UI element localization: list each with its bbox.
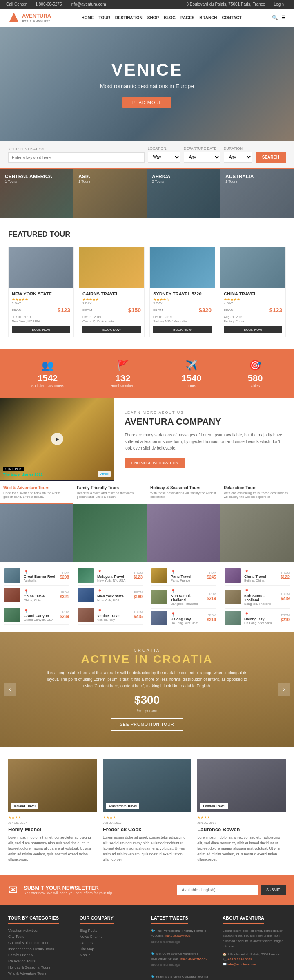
footer-about-text: Lorem ipsum dolor sit amet, consectetuer… <box>223 929 286 949</box>
newsletter-input[interactable] <box>177 885 258 895</box>
cat-img-0[interactable] <box>0 504 74 562</box>
footer-list-item[interactable]: Wild & Adventure Tours <box>8 971 71 976</box>
list-item[interactable]: 📍 China Travel China, China FROM $321 <box>4 586 69 605</box>
promo-cta-button[interactable]: SEE PROMOTION TOUR <box>111 718 183 731</box>
duration-field: Duration: Any <box>224 146 252 163</box>
tour-card-3: CHINA TRAVEL ★★★★★ 4 DAY FROM $123 Aug 3… <box>220 247 286 337</box>
cat-img-3[interactable] <box>220 504 294 562</box>
dest-australia[interactable]: AUSTRALIA 1 Tours <box>220 169 294 218</box>
footer-list-item[interactable]: City Tours <box>8 935 71 939</box>
cat-header-3[interactable]: Relaxation Tours With endless hiking tra… <box>220 481 294 504</box>
listing-img <box>4 588 20 602</box>
nav-branch[interactable]: BRANCH <box>199 16 217 20</box>
tour-date-0: Jun 01, 2019 <box>12 315 70 319</box>
list-item[interactable]: 📍 Great Barrier Reef Australia FROM $298 <box>4 566 69 586</box>
blog-date-2: Jun 29, 2017 <box>197 821 286 825</box>
footer-list-item[interactable]: Vacation Activities <box>8 929 71 933</box>
stat-num-1: 132 <box>110 373 135 384</box>
listing-img <box>151 568 167 583</box>
top-bar: Call Center: +1 800-66-5275 info@aventur… <box>0 0 294 9</box>
list-item[interactable]: 📍 New York State New York, USA FROM $189 <box>78 586 143 605</box>
tour-book-2[interactable]: BOOK NOW <box>153 326 212 333</box>
about-video[interactable]: STAFF PICK The travel diaries 2011 ▶ vim… <box>0 398 114 481</box>
nav-shop[interactable]: SHOP <box>147 16 159 20</box>
dest-asia[interactable]: ASIA 1 Tours <box>74 169 147 218</box>
footer-list-item[interactable]: Relaxation Tours <box>8 959 71 963</box>
list-item[interactable]: 📍 Halong Bay Ha Long, Viet Nam FROM $219 <box>225 609 290 628</box>
email-address[interactable]: info@aventura.com <box>71 2 106 7</box>
phone-number[interactable]: +1 800-66-5275 <box>33 2 62 7</box>
search-button[interactable]: SEARCH <box>256 152 286 163</box>
nav-tour[interactable]: TOUR <box>99 16 110 20</box>
blog-badge-1: Amsterdam Travel <box>106 803 139 809</box>
list-item[interactable]: 📍 Koh Samui-Thailand Bangkok, Thailand F… <box>225 586 290 609</box>
login-link[interactable]: Login <box>274 2 284 7</box>
nav-home[interactable]: HOME <box>82 16 94 20</box>
cat-img-1[interactable] <box>74 504 147 562</box>
tweet-link-0[interactable]: http://bit.ly/wk4QZf <box>164 934 191 937</box>
cat-header-2[interactable]: Holiday & Seasonal Tours With these dest… <box>147 481 220 504</box>
menu-icon[interactable]: ☰ <box>281 15 286 20</box>
featured-tours-section: FEATURED TOUR NEW YORK STATE ★★★★★ 5 DAY… <box>0 218 294 349</box>
cat-header-1[interactable]: Family Friendly Tours Head for a swim an… <box>74 481 147 504</box>
stat-2: ✈️ 1540 Tours <box>182 360 202 388</box>
list-item[interactable]: 📍 Grand Canyon Grand Canyon, USA FROM $2… <box>4 605 69 625</box>
list-item[interactable]: 📍 China Travel Beijing, China FROM $122 <box>225 566 290 586</box>
dest-central-america[interactable]: CENTRAL AMERICA 1 Tours <box>0 169 74 218</box>
footer-list-item[interactable]: Family Friendly <box>8 953 71 957</box>
logo[interactable]: AVENTURA Every a Journey <box>8 12 51 23</box>
listing-from: FROM <box>207 614 216 617</box>
listing-name: Koh Samui-Thailand <box>244 594 277 602</box>
destination-label: Your Destination <box>8 147 145 151</box>
play-button[interactable]: ▶ <box>51 433 63 445</box>
footer-list-item[interactable]: Holiday & Seasonal Tours <box>8 965 71 969</box>
list-item[interactable]: 📍 Venice Travel Venice, Italy FROM $215 <box>78 605 143 625</box>
pin-icon: 📍 <box>171 612 176 617</box>
list-item[interactable]: 📍 Malaysia Travel New York, NY, USA FROM… <box>78 566 143 586</box>
listing-location: New York, USA <box>97 598 124 602</box>
list-item[interactable]: 📍 Halong Bay Ha Long, Viet Nam FROM $219 <box>151 609 216 628</box>
list-item[interactable]: 📍 Paris Travel Paris, France FROM $245 <box>151 566 216 586</box>
footer-phone-link[interactable]: +44 0 1234 5678 <box>227 958 252 961</box>
footer-col-tweets: LATEST TWEETS 🐦 The Professional-Friendl… <box>151 915 214 980</box>
nav-pages[interactable]: PAGES <box>180 16 194 20</box>
search-icon[interactable]: 🔍 <box>272 15 278 20</box>
departure-select[interactable]: Any <box>184 152 220 163</box>
nav-blog[interactable]: BLOG <box>164 16 176 20</box>
newsletter-submit-button[interactable]: SUBMIT <box>261 885 286 895</box>
footer-list-item[interactable]: News Channel <box>80 935 143 939</box>
newsletter-section: ✉ SUBMIT YOUR NEWSLETTER Register now. W… <box>0 875 294 905</box>
dest-count-1: 1 Tours <box>78 179 142 183</box>
promo-prev-button[interactable]: ‹ <box>4 683 16 696</box>
listing-price-wrap: FROM $239 <box>60 611 69 619</box>
tour-price-2: $320 <box>199 307 212 313</box>
footer-list-item[interactable]: Cultural & Thematic Tours <box>8 941 71 945</box>
promo-next-button[interactable]: › <box>278 683 290 696</box>
destination-input[interactable] <box>8 152 145 163</box>
list-item[interactable]: 📍 Koh Samui-Thailand Bangkok, Thailand F… <box>151 586 216 609</box>
cat-header-0[interactable]: Wild & Adventure Tours Head for a swim a… <box>0 481 74 504</box>
footer-list-item[interactable]: Independent & Luxury Tours <box>8 947 71 951</box>
tweet-link-1[interactable]: http://bit.ly/vHAXFo <box>179 957 207 960</box>
dest-africa[interactable]: AFRICA 2 Tours <box>147 169 220 218</box>
stats-bar: 👥 1542 Satisfied Customers 🚩 132 Hotel M… <box>0 349 294 398</box>
tour-stars-0: ★★★★★ <box>12 298 70 302</box>
tour-book-0[interactable]: BOOK NOW <box>12 326 70 333</box>
tour-from-0: FROM <box>12 309 22 312</box>
nav-contact[interactable]: CONTACT <box>222 16 242 20</box>
hero-cta-button[interactable]: READ MORE <box>122 97 172 108</box>
footer-list-item[interactable]: Mobile <box>80 953 143 957</box>
footer-list-item[interactable]: Site Map <box>80 947 143 951</box>
cat-desc-1: Head for a swim and relax on the warm go… <box>77 491 143 499</box>
duration-select[interactable]: Any <box>224 152 252 163</box>
footer-list-item[interactable]: Blog Posts <box>80 929 143 933</box>
about-cta-button[interactable]: FIND MORE INFORMATION <box>125 458 185 468</box>
footer-list-item[interactable]: Careers <box>80 941 143 945</box>
nav-destination[interactable]: DESTINATION <box>115 16 143 20</box>
cat-img-2[interactable] <box>147 504 220 562</box>
tour-book-3[interactable]: BOOK NOW <box>224 326 282 333</box>
listing-img <box>151 611 167 625</box>
tour-book-1[interactable]: BOOK NOW <box>82 326 141 333</box>
footer-email-link[interactable]: info@aventura.com <box>227 962 256 966</box>
location-select[interactable]: Way <box>148 152 180 163</box>
